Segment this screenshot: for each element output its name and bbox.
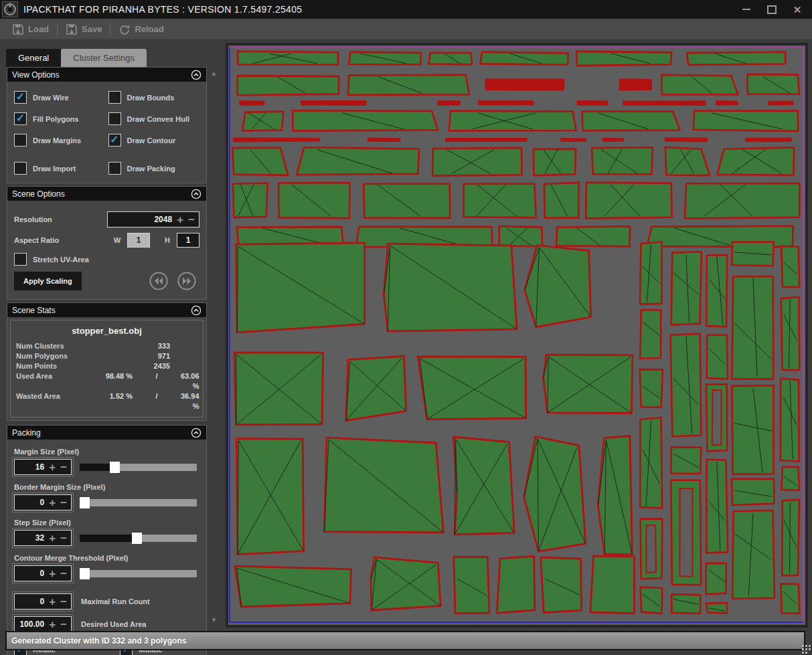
checkbox-draw-convex-hull[interactable]: ✓ Draw Convex Hull [108,112,200,125]
collapse-icon[interactable] [191,305,201,316]
border-margin-decrement-button[interactable]: − [60,497,67,508]
stat-value-1: 98.48 % [80,371,133,391]
reload-button[interactable]: Reload [112,21,170,38]
border-margin-size-stepper[interactable]: 0 + − [14,494,72,510]
check-icon: ✓ [16,114,25,122]
scene-options-header[interactable]: Scene Options [7,187,206,201]
desired-used-area-stepper[interactable]: 100.00 + − [14,616,72,632]
resolution-value[interactable]: 2048 [112,215,172,224]
checkbox-draw-packing[interactable]: ✓ Draw Packing [108,162,200,175]
history-forward-button[interactable] [177,271,197,291]
history-back-button[interactable] [149,271,169,291]
border-margin-size-value[interactable]: 0 [19,498,44,507]
resolution-stepper[interactable]: 2048 + − [107,211,199,227]
resolution-increment-button[interactable]: + [177,214,183,225]
uv-canvas[interactable] [228,45,805,625]
contour-merge-threshold-value[interactable]: 0 [19,569,44,578]
minimize-button[interactable] [741,4,752,15]
load-button[interactable]: Load [5,21,56,38]
view-options-header[interactable]: View Options [7,68,206,82]
packing-panel: Packing Margin Size (Pixel) 16 + − [7,425,207,655]
draw-bounds-checkbox[interactable]: ✓ [108,91,121,104]
scroll-down-arrow-icon[interactable]: ▼ [209,616,219,624]
aspect-h-label: H [165,236,170,244]
maximal-run-count-value[interactable]: 0 [19,597,44,606]
border-margin-size-group: Border Margin Size (Pixel) 0 + − [14,483,199,510]
tab-cluster-settings[interactable]: Cluster Settings [61,49,147,67]
step-size-decrement-button[interactable]: − [60,533,67,544]
sidebar-scrollbar[interactable]: ▲ ▼ [209,67,219,628]
margin-size-value[interactable]: 16 [19,462,44,472]
collapse-icon[interactable] [191,189,201,199]
maximal-run-count-stepper[interactable]: 0 + − [14,593,72,610]
check-icon: ✓ [110,136,118,144]
border-margin-size-slider[interactable] [80,499,197,506]
step-size-slider[interactable] [80,535,197,542]
contour-merge-decrement-button[interactable]: − [60,568,67,579]
aspect-h-field[interactable]: 1 [177,233,199,248]
packing-header[interactable]: Packing [7,426,206,440]
aspect-w-field[interactable]: 1 [127,233,150,248]
scene-file-name: stopper_best.obj [16,326,197,336]
apply-scaling-button[interactable]: Apply Scaling [14,272,82,290]
draw-wire-checkbox[interactable]: ✓ [14,91,27,104]
contour-merge-increment-button[interactable]: + [49,568,56,579]
draw-import-checkbox[interactable]: ✓ [14,162,27,175]
desired-used-area-increment-button[interactable]: + [49,619,56,630]
margin-size-stepper[interactable]: 16 + − [14,459,72,475]
margin-size-decrement-button[interactable]: − [60,462,67,473]
checkbox-fill-polygons[interactable]: ✓ Fill Polygons [14,112,106,125]
desired-used-area-decrement-button[interactable]: − [60,619,67,630]
check-icon: ✓ [16,93,25,101]
toolbar: Load Save Reload [0,19,812,40]
step-size-stepper[interactable]: 32 + − [14,530,72,546]
slider-thumb[interactable] [80,568,90,579]
resize-grip-icon[interactable] [801,644,811,654]
slider-thumb[interactable] [80,497,90,508]
slider-thumb[interactable] [110,462,120,473]
collapse-icon[interactable] [191,428,201,438]
stat-label: Wasted Area [16,391,80,411]
slider-thumb[interactable] [132,533,142,544]
draw-convex-hull-checkbox[interactable]: ✓ [108,112,121,125]
tab-general[interactable]: General [6,49,61,67]
step-size-increment-button[interactable]: + [49,533,56,544]
border-margin-increment-button[interactable]: + [49,497,56,508]
checkbox-stretch-uv-area[interactable]: ✓ Stretch UV-Area [14,253,89,266]
resolution-label: Resolution [14,215,52,223]
reload-icon [118,23,131,35]
checkbox-draw-contour[interactable]: ✓ Draw Contour [108,134,200,147]
draw-packing-checkbox[interactable]: ✓ [108,162,121,175]
scene-stats-header[interactable]: Scene Stats [7,303,206,317]
margin-size-increment-button[interactable]: + [49,462,56,473]
draw-convex-hull-label: Draw Convex Hull [127,115,190,123]
collapse-icon[interactable] [191,70,201,80]
minimize-icon [742,9,750,10]
desired-used-area-value[interactable]: 100.00 [19,620,44,629]
checkbox-draw-margins[interactable]: ✓ Draw Margins [14,134,106,147]
close-button[interactable]: ✕ [792,4,803,15]
draw-margins-checkbox[interactable]: ✓ [14,134,27,147]
scene-options-title: Scene Options [12,189,191,199]
margin-size-group: Margin Size (Pixel) 16 + − [14,448,199,475]
maximal-run-count-decrement-button[interactable]: − [60,596,67,607]
maximal-run-count-increment-button[interactable]: + [49,596,56,607]
checkbox-draw-wire[interactable]: ✓ Draw Wire [14,91,106,104]
contour-merge-threshold-slider[interactable] [80,570,197,577]
stretch-uv-area-checkbox[interactable]: ✓ [14,253,27,266]
checkbox-draw-bounds[interactable]: ✓ Draw Bounds [108,91,200,104]
stat-separator: / [133,391,181,411]
fill-polygons-checkbox[interactable]: ✓ [14,112,27,125]
checkbox-draw-import[interactable]: ✓ Draw Import [14,162,106,175]
resolution-decrement-button[interactable]: − [188,214,195,225]
step-size-value[interactable]: 32 [19,533,44,543]
scene-stats-title: Scene Stats [12,306,191,315]
draw-contour-label: Draw Contour [127,136,176,145]
margin-size-slider[interactable] [80,464,197,471]
draw-contour-checkbox[interactable]: ✓ [108,134,121,147]
stat-row-wasted-area: Wasted Area 1.52 % / 36.94 % [16,391,197,411]
scroll-up-arrow-icon[interactable]: ▲ [209,70,219,77]
contour-merge-threshold-stepper[interactable]: 0 + − [14,565,72,581]
save-button[interactable]: Save [59,21,108,38]
maximize-button[interactable] [766,4,777,15]
